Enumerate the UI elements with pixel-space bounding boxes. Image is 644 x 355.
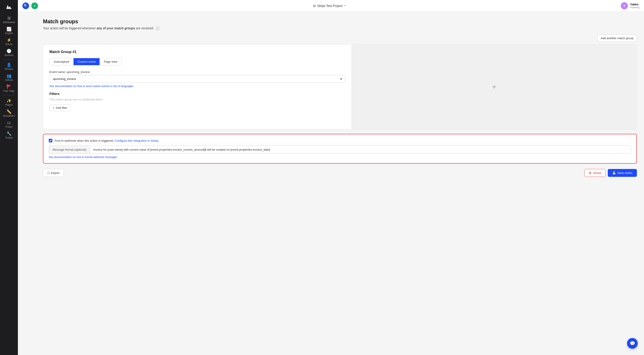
save-icon: 💾 — [612, 171, 616, 175]
topbar-left: 🔍 ✓ — [22, 3, 38, 9]
sessions-icon: 🕐 — [6, 49, 12, 53]
sidebar-item-events[interactable]: ⚡ Events — [0, 36, 18, 47]
webhook-doc-link[interactable]: See documentation on how to format webho… — [49, 156, 631, 159]
webhook-configure-link[interactable]: Configure this integration in Setup. — [114, 139, 159, 142]
page-title: Match groups — [43, 18, 637, 25]
project-name: Stripe Test Project — [317, 4, 342, 8]
webhook-message-label: Message format (optional) — [49, 146, 90, 154]
topbar-right: Y Yakko PostHog — [621, 2, 640, 10]
chat-icon: 💬 — [630, 341, 635, 346]
sidebar-item-cohorts[interactable]: 👥 Cohorts — [0, 72, 18, 83]
sidebar-item-project[interactable]: 🗂 Project — [0, 119, 18, 130]
main-content: Match groups Your action will be trigger… — [36, 12, 644, 355]
match-group-title: Match Group #1 — [50, 50, 345, 54]
add-filter-button[interactable]: + Add filter — [50, 104, 71, 111]
project-chevron-icon: ▾ — [344, 4, 346, 7]
toolbar-icon: 🔧 — [6, 132, 12, 136]
project-grid-icon: ⊟ — [313, 4, 316, 8]
user-info: Yakko PostHog — [630, 3, 640, 9]
project-selector[interactable]: ⊟ Stripe Test Project ▾ — [313, 4, 346, 8]
persons-icon: 👤 — [6, 63, 12, 67]
sidebar-item-feat-flags[interactable]: 🚩 Feat. Flags — [0, 83, 18, 94]
add-match-group-button[interactable]: Add another match group — [597, 35, 637, 42]
tab-page-view[interactable]: Page view — [100, 58, 121, 65]
tab-row: Autocapture Custom event Page view — [50, 58, 122, 65]
info-icon[interactable]: i — [156, 27, 160, 30]
match-group-visual: + — [352, 45, 636, 129]
subtitle-bold: any of your match groups — [96, 27, 135, 30]
sidebar-divider-2 — [4, 95, 14, 96]
dashboards-icon: ⊞ — [8, 16, 11, 20]
export-button[interactable]: ⬡ Export — [43, 169, 64, 177]
filters-empty: This match group has no additional filte… — [50, 98, 345, 101]
event-name-select[interactable]: upcoming_invoice ▾ — [50, 75, 345, 83]
webhook-row: Post to webhook when this action is trig… — [49, 139, 631, 142]
dropdown-chevron-icon: ▾ — [340, 77, 342, 81]
action-buttons: 🗑 Delete 💾 Save action — [584, 169, 637, 177]
add-match-btn-row: Add another match group — [43, 35, 637, 42]
annotations-icon: ✏️ — [6, 110, 12, 114]
event-name-label: Event name: upcoming_invoice — [50, 70, 345, 74]
events-icon: ⚡ — [6, 38, 12, 42]
webhook-label: Post to webhook when this action is trig… — [54, 139, 159, 142]
check-button[interactable]: ✓ — [31, 3, 38, 9]
topbar: 🔍 ✓ ⊟ Stripe Test Project ▾ Y Yakko Post… — [18, 0, 644, 12]
webhook-message-row: Message format (optional) — [49, 146, 631, 154]
project-icon: 🗂 — [7, 121, 11, 125]
plus-icon: + — [53, 106, 54, 110]
plus-visual-icon: + — [492, 83, 496, 91]
sidebar-item-persons[interactable]: 👤 Persons — [0, 61, 18, 72]
chat-bubble-button[interactable]: 💬 — [627, 338, 638, 349]
webhook-message-input[interactable] — [90, 146, 631, 154]
feat-flags-icon: 🚩 — [6, 85, 12, 89]
tab-autocapture[interactable]: Autocapture — [50, 58, 74, 65]
delete-button[interactable]: 🗑 Delete — [584, 169, 606, 177]
app-logo[interactable] — [4, 2, 14, 11]
sidebar-item-dashboards[interactable]: ⊞ Dashboards — [0, 14, 18, 25]
sidebar-divider-1 — [4, 60, 14, 60]
tab-custom-event[interactable]: Custom event — [74, 58, 100, 65]
export-icon: ⬡ — [47, 171, 50, 175]
event-doc-link[interactable]: See documentation on how to send custom … — [50, 85, 345, 88]
match-group-panel: Match Group #1 Autocapture Custom event … — [43, 45, 352, 129]
match-groups-area: Match Group #1 Autocapture Custom event … — [43, 44, 637, 129]
filters-title: Filters — [50, 92, 345, 96]
search-button[interactable]: 🔍 — [22, 3, 29, 9]
sidebar-item-annotations[interactable]: ✏️ Annotations — [0, 108, 18, 119]
sidebar-item-plugins[interactable]: ✨ Plugins — [0, 97, 18, 108]
webhook-section: Post to webhook when this action is trig… — [43, 134, 637, 164]
webhook-checkbox[interactable] — [49, 139, 52, 142]
delete-icon: 🗑 — [588, 171, 592, 175]
page-subtitle: Your action will be triggered whenever a… — [43, 27, 637, 30]
user-name: Yakko — [630, 3, 640, 6]
sidebar-item-toolbar[interactable]: 🔧 Toolbar — [0, 130, 18, 141]
bottom-actions: ⬡ Export 🗑 Delete 💾 Save action — [43, 169, 637, 181]
svg-rect-0 — [5, 3, 13, 11]
save-action-button[interactable]: 💾 Save action — [608, 169, 637, 177]
sidebar: ⊞ Dashboards 📈 Insights ⚡ Events 🕐 Sessi… — [0, 0, 18, 355]
cohorts-icon: 👥 — [6, 74, 12, 78]
sidebar-item-insights[interactable]: 📈 Insights — [0, 25, 18, 36]
insights-icon: 📈 — [6, 27, 12, 31]
avatar[interactable]: Y — [621, 2, 628, 10]
sidebar-item-sessions[interactable]: 🕐 Sessions — [0, 47, 18, 58]
user-org: PostHog — [630, 6, 640, 9]
plugins-icon: ✨ — [6, 99, 12, 103]
